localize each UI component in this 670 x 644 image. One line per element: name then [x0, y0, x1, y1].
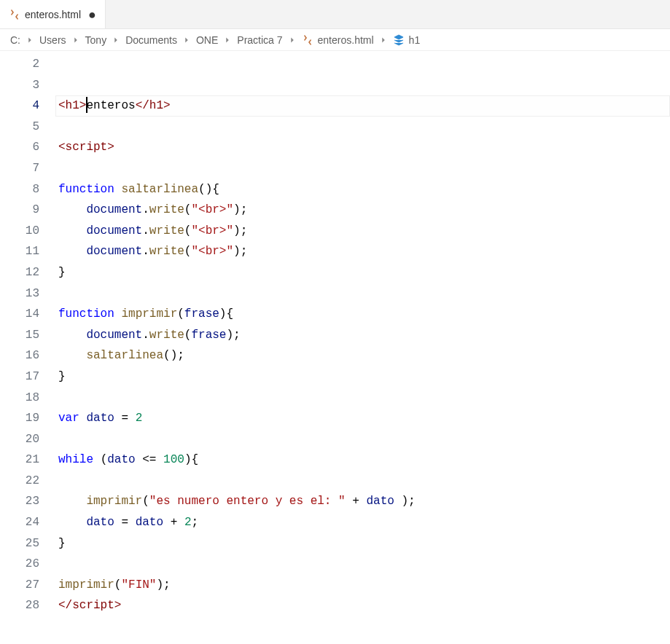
- chevron-right-icon: [71, 35, 81, 45]
- line-number[interactable]: 16: [0, 345, 39, 366]
- line-number[interactable]: 10: [0, 221, 39, 242]
- line-number[interactable]: 14: [0, 304, 39, 325]
- symbol-icon: [393, 34, 405, 46]
- code-line[interactable]: var dato = 2: [55, 408, 670, 429]
- line-number[interactable]: 23: [0, 491, 39, 512]
- line-number[interactable]: 19: [0, 408, 39, 429]
- breadcrumb-part[interactable]: Documents: [125, 34, 177, 46]
- code-line[interactable]: [55, 471, 670, 492]
- line-number-gutter[interactable]: 2345678910111213141516171819202122232425…: [0, 51, 55, 644]
- line-number[interactable]: 9: [0, 200, 39, 221]
- line-number[interactable]: 24: [0, 512, 39, 533]
- code-line[interactable]: document.write("<br>");: [55, 200, 670, 221]
- line-number[interactable]: 20: [0, 429, 39, 450]
- breadcrumb-symbol[interactable]: h1: [409, 34, 421, 46]
- chevron-right-icon: [378, 35, 389, 45]
- code-line[interactable]: document.write("<br>");: [55, 221, 670, 242]
- breadcrumb-part[interactable]: ONE: [196, 34, 218, 46]
- code-line[interactable]: imprimir("es numero entero y es el: " + …: [55, 491, 670, 512]
- line-number[interactable]: 5: [0, 117, 39, 138]
- code-line[interactable]: }: [55, 533, 670, 554]
- code-line[interactable]: [55, 54, 670, 75]
- code-line[interactable]: }: [55, 366, 670, 388]
- code-line[interactable]: [55, 117, 670, 138]
- tab-bar: enteros.html ●: [0, 0, 670, 29]
- breadcrumb-file[interactable]: enteros.html: [318, 34, 374, 46]
- code-line[interactable]: [55, 283, 670, 305]
- line-number[interactable]: 21: [0, 449, 39, 471]
- code-line[interactable]: saltarlinea();: [55, 345, 670, 366]
- breadcrumb-part[interactable]: Practica 7: [237, 34, 282, 46]
- line-number[interactable]: 22: [0, 471, 39, 492]
- html-file-icon: [302, 34, 313, 46]
- modified-indicator-icon: ●: [88, 8, 96, 21]
- text-cursor: [86, 97, 87, 113]
- code-line[interactable]: function imprimir(frase){: [55, 304, 670, 325]
- code-line[interactable]: }: [55, 262, 670, 283]
- code-line[interactable]: </script>: [55, 595, 670, 616]
- chevron-right-icon: [182, 35, 192, 45]
- line-number[interactable]: 13: [0, 283, 39, 305]
- html-file-icon: [9, 9, 20, 20]
- line-number[interactable]: 12: [0, 262, 39, 283]
- tab-enteros[interactable]: enteros.html ●: [0, 0, 106, 28]
- code-line[interactable]: [55, 554, 670, 575]
- line-number[interactable]: 25: [0, 533, 39, 554]
- breadcrumb-part[interactable]: Tony: [85, 34, 107, 46]
- code-line[interactable]: imprimir("FIN");: [55, 575, 670, 596]
- code-line[interactable]: [55, 75, 670, 96]
- code-editor[interactable]: 2345678910111213141516171819202122232425…: [0, 51, 670, 644]
- code-content[interactable]: <h1>enteros</h1><script>function saltarl…: [55, 51, 670, 644]
- code-line[interactable]: document.write("<br>");: [55, 241, 670, 262]
- line-number[interactable]: 6: [0, 137, 39, 158]
- chevron-right-icon: [287, 35, 297, 45]
- line-number[interactable]: 27: [0, 575, 39, 596]
- code-line[interactable]: <h1>enteros</h1>: [55, 95, 670, 117]
- code-line[interactable]: <script>: [55, 137, 670, 158]
- line-number[interactable]: 15: [0, 325, 39, 346]
- line-number[interactable]: 26: [0, 554, 39, 575]
- line-number[interactable]: 4: [0, 95, 39, 117]
- line-number[interactable]: 3: [0, 75, 39, 96]
- code-line[interactable]: [55, 158, 670, 179]
- line-number[interactable]: 8: [0, 179, 39, 200]
- tab-filename: enteros.html: [25, 9, 81, 20]
- line-number[interactable]: 2: [0, 54, 39, 75]
- line-number[interactable]: 11: [0, 241, 39, 262]
- line-number[interactable]: 18: [0, 388, 39, 409]
- code-line[interactable]: [55, 429, 670, 450]
- code-line[interactable]: function saltarlinea(){: [55, 179, 670, 200]
- breadcrumb-part[interactable]: C:: [10, 34, 20, 46]
- line-number[interactable]: 17: [0, 366, 39, 388]
- chevron-right-icon: [25, 35, 35, 45]
- breadcrumb-part[interactable]: Users: [39, 34, 66, 46]
- code-line[interactable]: while (dato <= 100){: [55, 449, 670, 471]
- line-number[interactable]: 28: [0, 595, 39, 616]
- code-line[interactable]: dato = dato + 2;: [55, 512, 670, 533]
- chevron-right-icon: [111, 35, 121, 45]
- line-number[interactable]: 7: [0, 158, 39, 179]
- breadcrumb: C: Users Tony Documents ONE Practica 7 e…: [0, 29, 670, 51]
- code-line[interactable]: document.write(frase);: [55, 325, 670, 346]
- chevron-right-icon: [222, 35, 233, 45]
- code-line[interactable]: [55, 388, 670, 409]
